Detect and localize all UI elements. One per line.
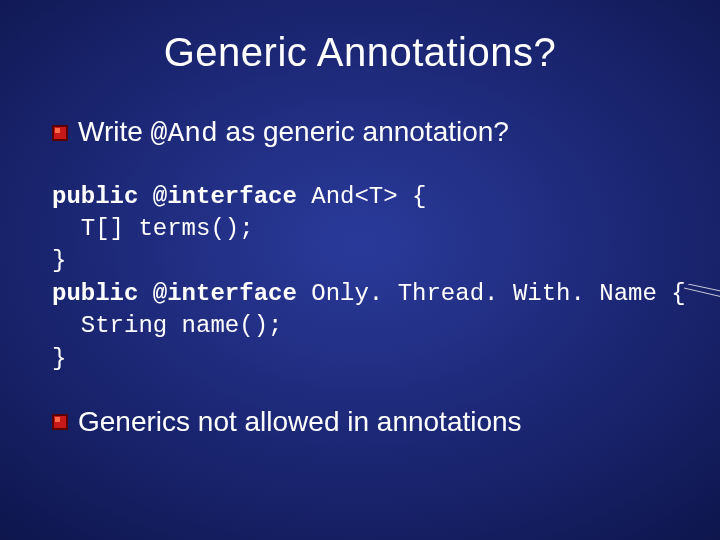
bullet-1-pre: Write [78,116,151,147]
code-l5: String name(); [52,312,282,339]
bullet-2-text: Generics not allowed in annotations [78,405,522,439]
svg-rect-5 [55,417,60,422]
square-bullet-icon [52,414,68,430]
bullet-item-2: Generics not allowed in annotations [52,405,670,439]
code-kw-1: public @interface [52,183,297,210]
code-l2: T[] terms(); [52,215,254,242]
bullet-1-code: @And [151,118,218,149]
code-l1b: And<T> { [297,183,427,210]
code-l3: } [52,247,66,274]
bullet-item-1: Write @And as generic annotation? [52,115,670,151]
code-l4b: Only. Thread. With. Name { [297,280,686,307]
code-block: public @interface And<T> { T[] terms(); … [52,181,670,375]
bullet-1-post: as generic annotation? [218,116,509,147]
code-kw-2: public @interface [52,280,297,307]
bullet-1-text: Write @And as generic annotation? [78,115,509,151]
slide-title: Generic Annotations? [50,30,670,75]
square-bullet-icon [52,125,68,141]
svg-rect-2 [55,128,60,133]
slide: Generic Annotations? Write @And as gener… [0,0,720,540]
code-l6: } [52,345,66,372]
